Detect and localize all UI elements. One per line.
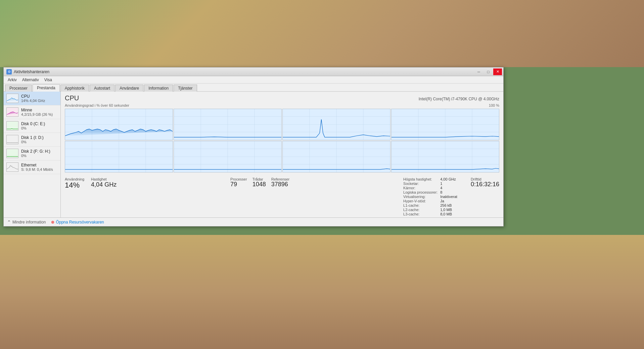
sidebar-item-disk2[interactable]: Disk 2 (F: G: H:) 0%	[4, 147, 60, 160]
less-info-link[interactable]: ⌃ Mindre information	[7, 219, 46, 225]
resource-monitor-link[interactable]: ⊗ Öppna Resursövervakaren	[51, 220, 104, 225]
sidebar-ethernet-sublabel: S: 9,8 M: 0,4 Mbit/s	[21, 167, 53, 171]
sidebar-disk1-label: Disk 1 (I: D:)	[21, 135, 44, 140]
panel-header: CPU Intel(R) Core(TM) i7-4790K CPU @ 4.0…	[65, 94, 499, 102]
chart-max: 100 %	[489, 103, 499, 107]
tab-tjänster[interactable]: Tjänster	[174, 85, 197, 92]
tab-information[interactable]: Information	[144, 85, 173, 92]
sidebar-disk0-sublabel: 0%	[21, 126, 45, 130]
window-controls: ─ □ ✕	[474, 68, 502, 75]
sidebar-cpu-label: CPU	[21, 94, 45, 99]
sidebar-cpu-sublabel: 14% 4,04 GHz	[21, 99, 45, 103]
l3-label: L3-cache:	[403, 212, 438, 216]
speed-value: 4,04 GHz	[91, 181, 117, 188]
menu-alternativ[interactable]: Alternativ	[19, 77, 42, 83]
menu-arkiv[interactable]: Arkiv	[5, 77, 19, 83]
sidebar-item-disk0[interactable]: Disk 0 (C: E:) 0%	[4, 119, 60, 133]
socket-value: 1	[440, 182, 457, 186]
cpu-panel: CPU Intel(R) Core(TM) i7-4790K CPU @ 4.0…	[61, 92, 503, 217]
processor-name: Intel(R) Core(TM) i7-4790K CPU @ 4.00GHz	[419, 97, 499, 101]
titlebar: ⚙ Aktivitetshanteraren ─ □ ✕	[4, 67, 503, 76]
tab-autostart[interactable]: Autostart	[90, 85, 114, 92]
sidebar-memory-label: Minne	[21, 108, 53, 112]
cpu-chart-0	[65, 109, 173, 140]
max-speed-label: Högsta hastighet:	[403, 177, 438, 181]
cpu-charts-grid	[65, 109, 499, 172]
sidebar: CPU 14% 4,04 GHz Minne 4,2/15,9 GB (26 %…	[4, 92, 61, 217]
hyperv-label: Hyper-V-stöd:	[403, 199, 438, 203]
svg-rect-0	[7, 94, 18, 103]
sidebar-ethernet-label: Ethernet	[21, 163, 53, 167]
ethernet-icon	[6, 162, 18, 172]
minimize-button[interactable]: ─	[474, 68, 483, 75]
details-table: Högsta hastighet: 4,00 GHz Socketar: 1 K…	[403, 177, 457, 216]
main-content: CPU 14% 4,04 GHz Minne 4,2/15,9 GB (26 %…	[4, 92, 503, 217]
cpu-chart-5	[174, 141, 282, 172]
bottom-bar: ⌃ Mindre information ⊗ Öppna Resursöverv…	[4, 217, 503, 226]
l2-label: L2-cache:	[403, 208, 438, 212]
stat-usage: Användning 14%	[65, 177, 84, 216]
cpu-chart-6	[282, 141, 390, 172]
handles-value: 37896	[271, 181, 289, 188]
window-title: Aktivitetshanteraren	[14, 69, 49, 74]
socket-label: Socketar:	[403, 182, 438, 186]
sidebar-item-disk1[interactable]: Disk 1 (I: D:) 0%	[4, 133, 60, 147]
l3-value: 8,0 MB	[440, 212, 457, 216]
cores-label: Kärnor:	[403, 186, 438, 190]
stat-uptime: Drifttid 0:16:32:16	[471, 177, 499, 216]
tab-användare[interactable]: Användare	[115, 85, 143, 92]
resource-monitor-label: Öppna Resursövervakaren	[56, 220, 104, 225]
logical-value: 8	[440, 190, 457, 194]
menubar: Arkiv Alternativ Visa	[4, 76, 503, 84]
menu-visa[interactable]: Visa	[42, 77, 55, 83]
l2-value: 1,0 MB	[440, 208, 457, 212]
virt-label: Virtualisering:	[403, 195, 438, 199]
tabbar: Processer Prestanda Apphistorik Autostar…	[4, 84, 503, 92]
stat-speed: Hastighet 4,04 GHz	[91, 177, 117, 216]
max-speed-value: 4,00 GHz	[440, 177, 457, 181]
cpu-chart-1	[174, 109, 282, 140]
panel-title: CPU	[65, 94, 79, 102]
cpu-chart-3	[391, 109, 499, 140]
sidebar-disk2-label: Disk 2 (F: G: H:)	[21, 149, 50, 154]
maximize-button[interactable]: □	[484, 68, 493, 75]
usage-value: 14%	[65, 181, 84, 189]
resource-monitor-icon: ⊗	[51, 220, 54, 225]
hyperv-value: Ja	[440, 199, 457, 203]
tab-processer[interactable]: Processer	[5, 85, 32, 92]
sidebar-disk2-sublabel: 0%	[21, 154, 50, 158]
disk0-icon	[6, 121, 18, 131]
l1-value: 256 kB	[440, 203, 457, 207]
stat-handles: Referenser 37896	[271, 177, 289, 188]
close-button[interactable]: ✕	[493, 68, 502, 75]
cpu-icon	[6, 94, 18, 103]
sidebar-item-cpu[interactable]: CPU 14% 4,04 GHz	[4, 92, 60, 105]
task-manager-window: ⚙ Aktivitetshanteraren ─ □ ✕ Arkiv Alter…	[3, 67, 504, 227]
threads-value: 1048	[252, 181, 266, 188]
disk2-icon	[6, 149, 18, 158]
tab-apphistorik[interactable]: Apphistorik	[60, 85, 89, 92]
uptime-value: 0:16:32:16	[471, 181, 499, 188]
chevron-up-icon: ⌃	[7, 219, 11, 225]
tab-prestanda[interactable]: Prestanda	[33, 84, 60, 92]
virt-value: Inaktiverat	[440, 195, 457, 199]
sidebar-disk0-label: Disk 0 (C: E:)	[21, 121, 45, 126]
sidebar-memory-sublabel: 4,2/15,9 GB (26 %)	[21, 112, 53, 116]
stat-processes: Processer 79	[230, 177, 247, 188]
cpu-chart-7	[391, 141, 499, 172]
l1-label: L1-cache:	[403, 203, 438, 207]
cpu-chart-4	[65, 141, 173, 172]
less-info-label: Mindre information	[12, 220, 46, 225]
cpu-chart-2	[282, 109, 390, 140]
sidebar-item-ethernet[interactable]: Ethernet S: 9,8 M: 0,4 Mbit/s	[4, 160, 60, 174]
stats-section: Användning 14% Hastighet 4,04 GHz Proces…	[65, 175, 499, 216]
memory-icon	[6, 107, 18, 117]
stat-threads: Trådar 1048	[252, 177, 266, 188]
logical-label: Logiska processorer:	[403, 190, 438, 194]
sidebar-item-memory[interactable]: Minne 4,2/15,9 GB (26 %)	[4, 105, 60, 119]
processes-value: 79	[230, 181, 247, 188]
window-icon: ⚙	[6, 69, 12, 74]
speed-label: Hastighet	[91, 177, 117, 181]
disk1-icon	[6, 135, 18, 144]
sidebar-disk1-sublabel: 0%	[21, 140, 44, 144]
